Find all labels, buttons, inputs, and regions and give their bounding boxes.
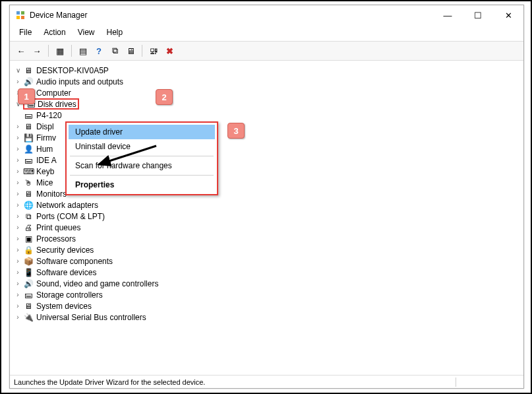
app-icon: [15, 10, 26, 20]
menubar: File Action View Help: [10, 25, 523, 41]
context-menu: Update driver Uninstall device Scan for …: [65, 121, 218, 195]
tree-label: Print queues: [35, 223, 80, 232]
package-icon: 📦: [23, 256, 34, 267]
system-icon: 🖥: [23, 301, 34, 312]
toolbar-separator: [142, 45, 142, 57]
chevron-right-icon[interactable]: ›: [14, 145, 22, 152]
close-button[interactable]: ✕: [493, 5, 523, 25]
statusbar-divider: [456, 378, 456, 387]
context-menu-separator: [70, 175, 214, 176]
status-text: Launches the Update Driver Wizard for th…: [14, 378, 452, 386]
toolbar-scan-icon[interactable]: 🖳: [146, 44, 161, 58]
toolbar-separator: [48, 45, 49, 57]
tree-item-disk-drives[interactable]: ∨ 🖴 Disk drives: [13, 98, 521, 110]
tree-label: Audio inputs and outputs: [35, 77, 123, 86]
tree-item-ports[interactable]: › ⧉ Ports (COM & LPT): [13, 211, 521, 222]
maximize-button[interactable]: ☐: [463, 5, 493, 25]
tree-root-label: DESKTOP-KIV0A5P: [35, 66, 109, 75]
lock-icon: 🔒: [23, 245, 34, 255]
chevron-right-icon[interactable]: ›: [14, 313, 22, 321]
tree-label: P4-120: [35, 111, 62, 120]
titlebar: Device Manager — ☐ ✕: [10, 5, 523, 25]
tree-label: Firmv: [35, 133, 56, 143]
chevron-right-icon[interactable]: ›: [14, 269, 22, 276]
tree-label: Sound, video and game controllers: [35, 279, 158, 288]
chevron-down-icon[interactable]: ∨: [14, 67, 22, 74]
tree-label: Monitors: [35, 189, 67, 199]
tree-item-sw-components[interactable]: › 📦 Software components: [13, 255, 521, 267]
toolbar-monitor-icon[interactable]: 🖥: [123, 44, 138, 58]
toolbar-separator: [71, 45, 72, 57]
toolbar-show-hidden-icon[interactable]: ▦: [53, 44, 67, 58]
menu-view[interactable]: View: [73, 26, 100, 38]
ctx-update-driver[interactable]: Update driver: [69, 125, 215, 139]
tree-label: Mice: [35, 178, 53, 187]
device-tree[interactable]: 1 2 3 ∨ 🖥 DESKTOP-KIV0A5P ›: [10, 61, 523, 375]
tree-item-system[interactable]: › 🖥 System devices: [13, 300, 521, 312]
keyboard-icon: ⌨: [23, 166, 34, 177]
chevron-right-icon[interactable]: ›: [14, 213, 22, 220]
port-icon: ⧉: [23, 211, 34, 222]
tree-item-print[interactable]: › 🖨 Print queues: [13, 222, 521, 233]
tree-item-audio[interactable]: › 🔊 Audio inputs and outputs: [13, 76, 521, 87]
chevron-right-icon[interactable]: ›: [14, 291, 22, 298]
chevron-right-icon[interactable]: ›: [14, 235, 22, 242]
storage-icon: 🖴: [23, 290, 34, 300]
tree-item-usb[interactable]: › 🔌 Universal Serial Bus controllers: [13, 312, 521, 323]
window-buttons: — ☐ ✕: [432, 5, 523, 25]
ctx-properties[interactable]: Properties: [69, 178, 215, 192]
chip-icon: 💾: [23, 133, 34, 143]
chevron-right-icon[interactable]: ›: [14, 134, 22, 141]
statusbar: Launches the Update Driver Wizard for th…: [10, 375, 523, 388]
toolbar-help-icon[interactable]: ?: [92, 44, 106, 58]
chevron-right-icon[interactable]: ›: [14, 179, 22, 186]
tree-label: Universal Serial Bus controllers: [35, 313, 146, 322]
ctx-scan-hardware[interactable]: Scan for hardware changes: [69, 158, 215, 173]
chevron-right-icon[interactable]: ›: [14, 280, 22, 287]
toolbar-calendar-icon[interactable]: ⧉: [107, 44, 122, 58]
chevron-right-icon[interactable]: ›: [14, 246, 22, 253]
toolbar-back-icon[interactable]: ←: [14, 44, 28, 58]
callout-3: 3: [227, 123, 245, 139]
tree-label: Processors: [35, 234, 76, 244]
hid-icon: 👤: [23, 144, 34, 154]
device-manager-window: Device Manager — ☐ ✕ File Action View He…: [9, 5, 524, 389]
tree-label: Disk drives: [36, 100, 76, 109]
drive-icon: 🖴: [23, 155, 34, 166]
toolbar-devices-icon[interactable]: ▤: [76, 44, 90, 58]
tree-item-sw-devices[interactable]: › 📱 Software devices: [13, 267, 521, 278]
toolbar-delete-icon[interactable]: ✖: [162, 44, 177, 58]
cpu-icon: ▣: [23, 234, 34, 244]
menu-action[interactable]: Action: [38, 26, 71, 38]
tree-item-processors[interactable]: › ▣ Processors: [13, 233, 521, 244]
tree-label: Hum: [35, 145, 53, 154]
svg-rect-3: [21, 16, 24, 19]
ctx-uninstall-device[interactable]: Uninstall device: [69, 139, 215, 154]
chevron-right-icon[interactable]: ›: [14, 201, 22, 209]
tree-item-security[interactable]: › 🔒 Security devices: [13, 244, 521, 255]
screenshot-frame: Device Manager — ☐ ✕ File Action View He…: [0, 0, 532, 394]
tree-label: Software components: [35, 257, 113, 266]
menu-file[interactable]: File: [14, 26, 37, 38]
chevron-right-icon[interactable]: ›: [14, 78, 22, 85]
callout-2: 2: [156, 89, 173, 105]
monitor-icon: 🖥: [23, 189, 34, 199]
tree-root[interactable]: ∨ 🖥 DESKTOP-KIV0A5P: [13, 65, 521, 76]
tree-item-storage[interactable]: › 🖴 Storage controllers: [13, 289, 521, 300]
chevron-right-icon[interactable]: ›: [14, 224, 22, 231]
minimize-button[interactable]: —: [432, 5, 463, 25]
menu-help[interactable]: Help: [102, 26, 129, 38]
chevron-right-icon[interactable]: ›: [14, 302, 22, 310]
chevron-right-icon[interactable]: ›: [14, 190, 22, 197]
computer-icon: 🖥: [23, 65, 34, 76]
chevron-right-icon[interactable]: ›: [14, 257, 22, 265]
context-menu-separator: [70, 156, 214, 156]
chevron-right-icon[interactable]: ›: [14, 123, 22, 130]
tree-item-sound[interactable]: › 🔊 Sound, video and game controllers: [13, 278, 521, 289]
tree-item-computer[interactable]: › 🖥 Computer: [13, 87, 521, 98]
tree-item-network[interactable]: › 🌐 Network adapters: [13, 199, 521, 211]
chevron-right-icon[interactable]: ›: [14, 168, 22, 175]
tree-item-p4-120[interactable]: 🖴 P4-120: [13, 110, 521, 121]
chevron-right-icon[interactable]: ›: [14, 156, 22, 164]
toolbar-forward-icon[interactable]: →: [30, 44, 44, 58]
